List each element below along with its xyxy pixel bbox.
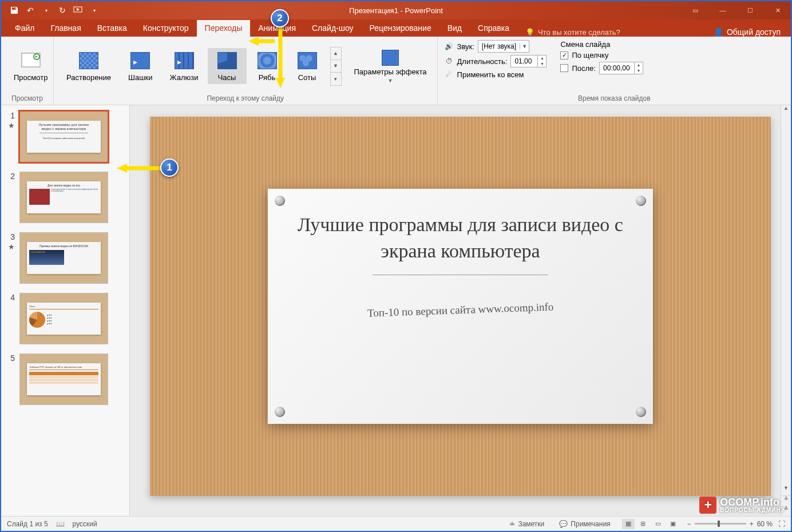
window-title: Презентация1 - PowerPoint	[349, 6, 443, 15]
zoom-out-button[interactable]: −	[687, 520, 691, 528]
start-slideshow-icon[interactable]	[72, 4, 85, 17]
slide-thumbnail-4[interactable]: Chart■ Item■ Item■ Item■ Item	[19, 293, 108, 344]
apply-all-icon: ☄	[445, 70, 454, 79]
thumb2-title: Для записи видео из игр	[29, 184, 98, 187]
slide-subtitle-text[interactable]: Топ-10 по версии сайта www.ocomp.info	[367, 300, 554, 319]
gallery-up[interactable]: ▲	[331, 47, 341, 60]
annotation-arrow-2	[275, 26, 286, 89]
transition-clock[interactable]: Часы	[208, 48, 247, 84]
transition-honeycomb[interactable]: Соты	[288, 48, 327, 84]
annotation-callout-2: 2	[271, 9, 289, 27]
transition-checker[interactable]: ▸ Шашки	[120, 48, 161, 84]
apply-all-button[interactable]: ☄ Применить ко всем	[445, 70, 547, 79]
sound-value: [Нет звука]	[478, 42, 520, 50]
language-indicator[interactable]: русский	[73, 520, 97, 528]
ribbon-options-icon[interactable]: ▭	[682, 1, 708, 19]
effect-options-label: Параметры эффекта	[354, 68, 427, 76]
slide-thumbnail-3[interactable]: Пример записи видео из BANDICAMCIVILIZAT…	[19, 232, 108, 284]
transition-dissolve[interactable]: Растворение	[58, 48, 119, 84]
spin-down[interactable]: ▼	[635, 68, 643, 74]
share-button[interactable]: 👤 Общий доступ	[703, 27, 791, 37]
effect-options-icon	[380, 49, 401, 67]
sound-combo[interactable]: [Нет звука] ▼	[478, 40, 529, 53]
tab-design[interactable]: Конструктор	[135, 20, 197, 37]
duration-value: 01,00	[511, 57, 537, 65]
transition-blinds[interactable]: ▸ Жалюзи	[162, 48, 207, 84]
zoom-level[interactable]: 60 %	[757, 520, 773, 528]
fit-window-button[interactable]: ⛶	[778, 520, 785, 528]
spin-up[interactable]: ▲	[538, 55, 546, 61]
ribbon: Просмотр Просмотр Растворение ▸ Шашки ▸ …	[1, 37, 791, 105]
after-checkbox[interactable]	[560, 64, 568, 72]
slide-title-text[interactable]: Лучшие программы для записи видео с экра…	[285, 212, 636, 264]
watermark: + OCOMP.info ВОПРОСЫ АДМИНУ	[699, 497, 785, 514]
duration-spinner[interactable]: 01,00 ▲▼	[510, 55, 547, 68]
zoom-control: − + 60 % ⛶	[687, 520, 785, 528]
redo-icon[interactable]: ↻	[56, 4, 69, 17]
undo-icon[interactable]: ↶	[24, 4, 37, 17]
slide-thumbnail-5[interactable]: Таблица-ТОП: лучшие по ЦВ на протяжении …	[19, 354, 108, 405]
tab-review[interactable]: Рецензирование	[362, 20, 439, 37]
slide-divider	[373, 275, 548, 275]
tab-slideshow[interactable]: Слайд-шоу	[304, 20, 362, 37]
comments-label: Примечания	[571, 520, 610, 528]
slideshow-view-button[interactable]: ▣	[667, 519, 679, 529]
thumb-number: 5	[6, 354, 15, 363]
zoom-in-button[interactable]: +	[750, 520, 754, 528]
slide-thumbnail-1[interactable]: Лучшие программы для записивидео с экран…	[19, 111, 108, 162]
notes-button[interactable]: ≐Заметки	[506, 520, 548, 528]
on-click-checkbox[interactable]: ✓	[560, 51, 568, 59]
person-icon: 👤	[714, 27, 723, 37]
after-spinner[interactable]: 00:00,00 ▲▼	[599, 62, 643, 74]
tab-transitions[interactable]: Переходы	[197, 20, 251, 37]
reading-view-button[interactable]: ▭	[652, 519, 664, 529]
screw-decor-icon	[275, 407, 285, 417]
comments-icon: 💬	[559, 520, 568, 528]
tell-me-search[interactable]: 💡 Что вы хотите сделать?	[517, 28, 628, 37]
close-button[interactable]: ✕	[765, 1, 791, 19]
spin-down[interactable]: ▼	[538, 61, 546, 67]
gallery-more[interactable]: ▾	[331, 73, 341, 85]
comments-button[interactable]: 💬Примечания	[556, 520, 613, 528]
clock-label: Часы	[218, 73, 236, 82]
effect-options-button[interactable]: Параметры эффекта ▼	[349, 45, 433, 86]
scroll-up[interactable]: ▲	[781, 105, 791, 116]
zoom-slider[interactable]	[695, 523, 746, 525]
slide-content-card: Лучшие программы для записи видео с экра…	[268, 189, 653, 424]
vertical-scrollbar[interactable]: ▲ ▼ ≚ ≙	[781, 105, 791, 516]
minimize-button[interactable]: —	[710, 1, 736, 19]
slide-canvas[interactable]: Лучшие программы для записи видео с экра…	[150, 117, 771, 496]
spin-up[interactable]: ▲	[635, 62, 643, 68]
tab-file[interactable]: Файл	[7, 20, 42, 37]
duration-label: Длительность:	[457, 57, 508, 66]
spellcheck-icon[interactable]: 📖	[56, 520, 65, 528]
honeycomb-icon	[296, 50, 319, 71]
statusbar: Слайд 1 из 5 📖 русский ≐Заметки 💬Примеча…	[1, 516, 791, 531]
tab-insert[interactable]: Вставка	[89, 20, 135, 37]
scroll-down[interactable]: ▼	[781, 485, 791, 495]
tab-view[interactable]: Вид	[439, 20, 470, 37]
maximize-button[interactable]: ☐	[737, 1, 763, 19]
blinds-icon: ▸	[173, 50, 196, 71]
group-label-transition: Переход к этому слайду	[58, 93, 433, 104]
checker-icon: ▸	[129, 50, 152, 71]
normal-view-button[interactable]: ▦	[622, 519, 635, 529]
qat-dropdown-icon[interactable]: ▾	[88, 4, 101, 17]
slide-editor: Лучшие программы для записи видео с экра…	[130, 105, 791, 516]
screw-decor-icon	[636, 407, 646, 417]
slide-thumbnail-2[interactable]: Для записи видео из игрLorem ipsum dolor…	[19, 172, 108, 223]
save-icon[interactable]	[8, 4, 21, 17]
advance-slide-title: Смена слайда	[560, 40, 643, 49]
screw-decor-icon	[275, 196, 285, 206]
clock-icon	[216, 50, 239, 71]
tab-home[interactable]: Главная	[42, 20, 89, 37]
tab-help[interactable]: Справка	[470, 20, 517, 37]
ripple-label: Рябь	[259, 73, 276, 82]
preview-button[interactable]: Просмотр	[6, 48, 56, 84]
chevron-down-icon[interactable]: ▼	[520, 43, 529, 49]
gallery-down[interactable]: ▼	[331, 60, 341, 73]
undo-dropdown-icon[interactable]: ▾	[40, 4, 53, 17]
slide-counter[interactable]: Слайд 1 из 5	[7, 520, 48, 528]
sorter-view-button[interactable]: ⊞	[637, 519, 650, 529]
duration-icon: ⏱	[445, 57, 454, 66]
